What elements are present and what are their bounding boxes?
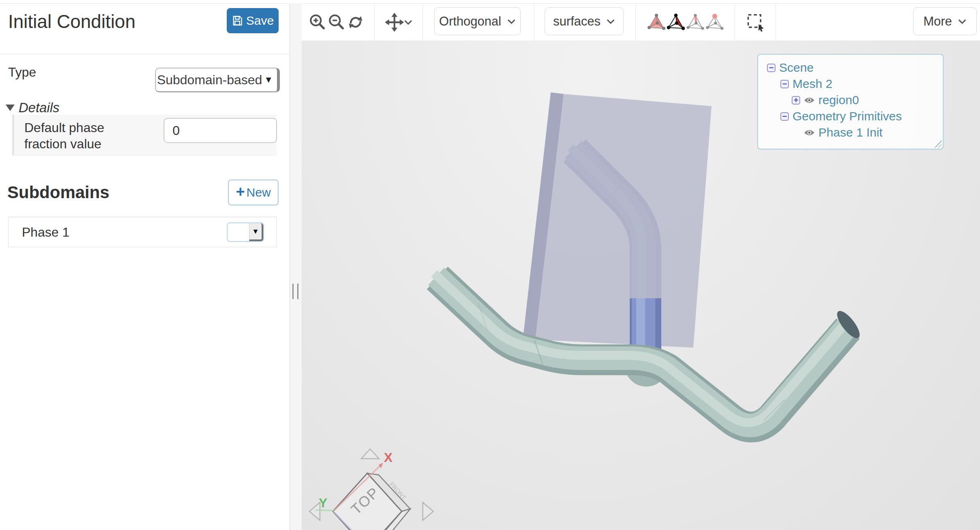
tree-item-label: Mesh 2: [793, 77, 832, 91]
tree-item-region0[interactable]: + region0: [758, 92, 943, 108]
refresh-view-button[interactable]: [346, 13, 365, 32]
axis-y-label: Y: [319, 496, 327, 510]
page-title: Initial Condition: [8, 11, 142, 32]
expand-plus-icon[interactable]: +: [792, 96, 800, 105]
tree-item-label: Scene: [779, 61, 814, 75]
details-header[interactable]: Details: [6, 100, 60, 115]
collapse-minus-icon[interactable]: −: [767, 64, 775, 72]
subdomain-assignment-select[interactable]: ▼: [227, 222, 264, 242]
subdomains-title: Subdomains: [7, 183, 109, 202]
select-arrow-icon: ▼: [264, 75, 273, 85]
scene-tree-panel: −Scene−Mesh 2+ region0−Geometry Primitiv…: [757, 54, 944, 150]
box-select-button[interactable]: [746, 13, 765, 32]
more-button-label: More: [923, 14, 952, 29]
scene-tree-rows: −Scene−Mesh 2+ region0−Geometry Primitiv…: [758, 60, 943, 141]
tree-item-phase-1-init[interactable]: Phase 1 Init: [758, 124, 943, 141]
collapse-caret-icon: [6, 105, 15, 111]
collapse-minus-icon[interactable]: −: [780, 112, 789, 121]
visibility-eye-icon[interactable]: [804, 129, 815, 136]
geometry-plane: [523, 92, 712, 348]
projection-mode-button[interactable]: Orthogonal: [434, 7, 521, 35]
toolbar-separator: [775, 4, 776, 41]
zoom-in-icon: [308, 13, 326, 31]
save-button[interactable]: Save: [227, 8, 279, 33]
tree-item-mesh-2[interactable]: −Mesh 2: [758, 76, 943, 92]
box-select-icon: [746, 13, 765, 32]
mesh-face-select-button[interactable]: [667, 13, 685, 32]
select-arrow-icon: ▼: [249, 223, 263, 241]
mesh-edge-select-icon: [686, 13, 705, 31]
default-phase-fraction-input[interactable]: [164, 118, 277, 143]
divider: [0, 54, 290, 54]
mesh-node-select-icon: [705, 13, 724, 31]
type-select[interactable]: Subdomain-based ▼: [155, 68, 280, 92]
type-select-value: Subdomain-based: [157, 73, 276, 88]
nav-cube: TOP FRONT X Y: [309, 449, 433, 530]
mesh-volume-select-button[interactable]: [647, 13, 666, 32]
subdomain-name: Phase 1: [22, 225, 69, 240]
subdomain-list: Phase 1▼: [8, 216, 277, 247]
visibility-eye-icon[interactable]: [804, 97, 815, 104]
projection-mode-value: Orthogonal: [439, 14, 501, 29]
mesh-face-select-icon: [667, 13, 685, 31]
toolbar-separator: [374, 4, 375, 41]
chevron-down-icon: [958, 19, 967, 24]
collapse-minus-icon[interactable]: −: [780, 80, 789, 88]
details-panel: Default phase fraction value: [12, 115, 277, 156]
mesh-volume-select-icon: [647, 13, 666, 31]
more-button[interactable]: More: [913, 7, 977, 35]
zoom-in-button[interactable]: [308, 13, 326, 32]
details-title: Details: [19, 100, 60, 115]
save-button-label: Save: [246, 14, 274, 28]
toolbar-separator: [635, 4, 636, 41]
splitter-grip-icon: [292, 284, 298, 299]
tree-item-label: region0: [818, 93, 859, 107]
axis-x-label: X: [384, 450, 393, 465]
tree-resize-handle[interactable]: [933, 139, 942, 147]
settings-panel: Initial Condition Save Type Subdomain-ba…: [0, 4, 290, 530]
toolbar-separator: [735, 4, 735, 41]
nav-rotate-right-button: [423, 502, 433, 520]
tree-item-geometry-primitives[interactable]: −Geometry Primitives: [758, 108, 943, 124]
plus-icon: +: [236, 184, 245, 199]
tree-item-label: Geometry Primitives: [793, 109, 902, 123]
type-label: Type: [8, 65, 36, 80]
chevron-down-icon: [404, 19, 413, 25]
chevron-down-icon: [606, 19, 615, 24]
toolbar-separator: [534, 4, 535, 41]
panel-splitter[interactable]: [290, 3, 302, 530]
tree-item-scene[interactable]: −Scene: [758, 60, 943, 76]
mesh-edge-select-button[interactable]: [686, 13, 705, 32]
default-phase-fraction-label: Default phase fraction value: [24, 120, 138, 152]
mesh-node-select-button[interactable]: [705, 13, 724, 32]
zoom-out-button[interactable]: [327, 13, 345, 32]
render-mode-value: surfaces: [553, 14, 601, 29]
pan-move-icon: [385, 13, 404, 32]
tree-item-label: Phase 1 Init: [818, 126, 882, 139]
new-subdomain-button[interactable]: + New: [228, 180, 279, 205]
render-mode-button[interactable]: surfaces: [545, 7, 624, 35]
pan-tool-button[interactable]: [383, 13, 414, 32]
save-floppy-icon: [232, 15, 243, 26]
nav-rotate-up-button: [361, 449, 379, 459]
chevron-down-icon: [507, 19, 516, 24]
refresh-icon: [347, 13, 364, 31]
zoom-out-icon: [327, 13, 345, 31]
toolbar-separator: [422, 4, 423, 41]
subdomain-row-phase-1[interactable]: Phase 1▼: [8, 216, 277, 247]
viewer-toolbar: Orthogonal surfaces: [302, 4, 980, 41]
new-button-label: New: [247, 186, 271, 199]
viewport-3d-canvas[interactable]: TOP FRONT X Y −Scene−Mesh 2+ region0−Geo…: [302, 41, 980, 530]
